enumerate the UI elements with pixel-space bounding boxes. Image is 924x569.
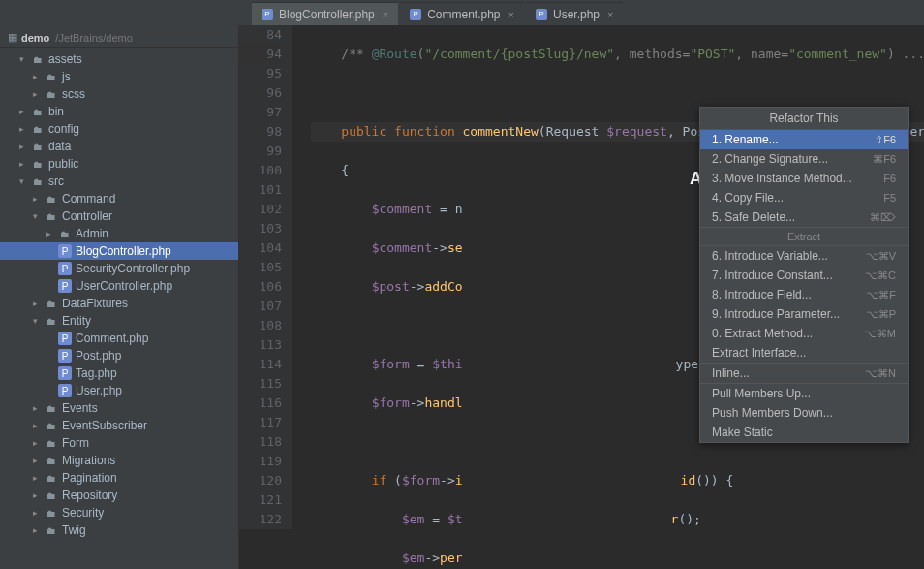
menu-item-label: 1. Rename... xyxy=(712,133,779,146)
tab-label: Comment.php xyxy=(427,8,500,21)
menu-item-shortcut: ⌘⌦ xyxy=(870,211,896,224)
project-sidebar[interactable]: ▦ demo /JetBrains/demo ▾🖿assets ▸🖿js ▸🖿s… xyxy=(0,25,239,569)
tree-file-usercontroller[interactable]: PUserController.php xyxy=(0,277,238,295)
menu-item-extract-method-[interactable]: 0. Extract Method...⌥⌘M xyxy=(700,324,908,343)
menu-item-rename-[interactable]: 1. Rename...⇧F6 xyxy=(700,130,908,149)
menu-item-label: 9. Introduce Parameter... xyxy=(712,307,840,321)
close-icon[interactable]: × xyxy=(383,9,388,20)
editor-tabs: P BlogController.php × P Comment.php × P… xyxy=(0,0,924,25)
close-icon[interactable]: × xyxy=(607,9,613,20)
tree-folder-pagination[interactable]: ▸🖿Pagination xyxy=(0,469,238,487)
tree-folder-eventsubscriber[interactable]: ▸🖿EventSubscriber xyxy=(0,417,238,434)
refactor-context-menu: Refactor This 1. Rename...⇧F62. Change S… xyxy=(699,107,909,443)
menu-title: Refactor This xyxy=(700,108,908,130)
menu-item-make-static[interactable]: Make Static xyxy=(700,423,908,442)
tree-folder-js[interactable]: ▸🖿js xyxy=(0,68,238,85)
folder-icon: ▦ xyxy=(8,31,17,44)
tree-folder-entity[interactable]: ▾🖿Entity xyxy=(0,312,238,330)
menu-item-extract-interface-[interactable]: Extract Interface... xyxy=(700,343,908,363)
breadcrumb-root: demo xyxy=(21,32,49,44)
menu-item-change-signature-[interactable]: 2. Change Signature...⌘F6 xyxy=(700,149,908,169)
menu-item-shortcut: ⌥⌘M xyxy=(864,328,896,340)
tree-folder-twig[interactable]: ▸🖿Twig xyxy=(0,522,238,539)
menu-item-label: 2. Change Signature... xyxy=(712,152,828,166)
tree-file-blogcontroller[interactable]: PBlogController.php xyxy=(0,242,238,260)
menu-item-introduce-parameter-[interactable]: 9. Introduce Parameter...⌥⌘P xyxy=(700,304,908,324)
menu-item-shortcut: ⌥⌘V xyxy=(866,250,896,263)
tree-file-user[interactable]: PUser.php xyxy=(0,382,238,399)
menu-item-move-instance-method-[interactable]: 3. Move Instance Method...F6 xyxy=(700,169,908,188)
tree-folder-admin[interactable]: ▸🖿Admin xyxy=(0,225,238,242)
tree-folder-config[interactable]: ▸🖿config xyxy=(0,120,238,138)
tree-folder-repository[interactable]: ▸🖿Repository xyxy=(0,487,238,504)
tree-folder-command[interactable]: ▸🖿Command xyxy=(0,190,238,207)
tree-folder-migrations[interactable]: ▸🖿Migrations xyxy=(0,452,238,469)
tree-folder-events[interactable]: ▸🖿Events xyxy=(0,399,238,417)
menu-item-label: 5. Safe Delete... xyxy=(712,210,795,224)
tree-folder-src[interactable]: ▾🖿src xyxy=(0,173,238,190)
menu-item-push-members-down-[interactable]: Push Members Down... xyxy=(700,403,908,423)
tab-blogcontroller[interactable]: P BlogController.php × xyxy=(252,2,398,25)
file-tree: ▾🖿assets ▸🖿js ▸🖿scss ▸🖿bin ▸🖿config ▸🖿da… xyxy=(0,48,238,541)
menu-item-label: 8. Introduce Field... xyxy=(712,288,812,301)
menu-item-introduce-field-[interactable]: 8. Introduce Field...⌥⌘F xyxy=(700,285,908,304)
menu-item-label: 4. Copy File... xyxy=(712,191,784,205)
php-icon: P xyxy=(262,9,273,20)
menu-item-pull-members-up-[interactable]: Pull Members Up... xyxy=(700,384,908,403)
menu-item-label: 0. Extract Method... xyxy=(712,327,813,340)
menu-item-label: 7. Introduce Constant... xyxy=(712,269,833,282)
tree-file-comment[interactable]: PComment.php xyxy=(0,330,238,347)
menu-item-shortcut: ⌥⌘C xyxy=(865,269,896,282)
breadcrumb-path: /JetBrains/demo xyxy=(55,32,132,44)
tab-label: User.php xyxy=(553,8,600,21)
tree-folder-datafixtures[interactable]: ▸🖿DataFixtures xyxy=(0,295,238,312)
menu-item-label: Extract Interface... xyxy=(712,346,806,360)
code-editor[interactable]: 84 949596 979899 100101102 103104105 106… xyxy=(239,25,924,569)
tree-folder-security[interactable]: ▸🖿Security xyxy=(0,504,238,522)
tree-file-securitycontroller[interactable]: PSecurityController.php xyxy=(0,260,238,277)
tree-folder-scss[interactable]: ▸🖿scss xyxy=(0,85,238,103)
tab-user[interactable]: P User.php × xyxy=(526,2,623,25)
menu-item-copy-file-[interactable]: 4. Copy File...F5 xyxy=(700,188,908,207)
menu-item-label: Pull Members Up... xyxy=(712,387,811,400)
tree-folder-controller[interactable]: ▾🖿Controller xyxy=(0,207,238,225)
menu-item-shortcut: F5 xyxy=(883,192,896,204)
menu-item-introduce-variable-[interactable]: 6. Introduce Variable...⌥⌘V xyxy=(700,246,908,266)
menu-item-shortcut: ⇧F6 xyxy=(875,134,896,146)
php-icon: P xyxy=(536,9,547,20)
menu-item-shortcut: F6 xyxy=(883,173,896,184)
close-icon[interactable]: × xyxy=(508,9,514,20)
breadcrumb[interactable]: ▦ demo /JetBrains/demo xyxy=(0,27,238,48)
menu-item-label: 3. Move Instance Method... xyxy=(712,172,852,185)
tree-folder-data[interactable]: ▸🖿data xyxy=(0,138,238,155)
tree-folder-assets[interactable]: ▾🖿assets xyxy=(0,50,238,68)
menu-item-shortcut: ⌘F6 xyxy=(873,153,896,166)
tree-file-post[interactable]: PPost.php xyxy=(0,347,238,364)
php-icon: P xyxy=(410,9,421,20)
menu-item-inline-[interactable]: Inline...⌥⌘N xyxy=(700,364,908,383)
tab-label: BlogController.php xyxy=(279,8,375,21)
tree-folder-public[interactable]: ▸🖿public xyxy=(0,155,238,173)
tree-folder-form[interactable]: ▸🖿Form xyxy=(0,434,238,452)
menu-item-shortcut: ⌥⌘P xyxy=(866,308,896,321)
line-gutter: 84 949596 979899 100101102 103104105 106… xyxy=(239,25,292,529)
menu-item-label: Inline... xyxy=(712,366,750,380)
menu-item-shortcut: ⌥⌘F xyxy=(866,289,896,301)
tree-file-tag[interactable]: PTag.php xyxy=(0,364,238,382)
menu-item-safe-delete-[interactable]: 5. Safe Delete...⌘⌦ xyxy=(700,207,908,227)
tree-folder-bin[interactable]: ▸🖿bin xyxy=(0,103,238,120)
tab-comment[interactable]: P Comment.php × xyxy=(400,2,524,25)
menu-section-extract: Extract xyxy=(700,227,908,246)
menu-item-shortcut: ⌥⌘N xyxy=(865,367,896,380)
menu-item-label: 6. Introduce Variable... xyxy=(712,249,828,263)
menu-item-label: Push Members Down... xyxy=(712,406,833,420)
menu-item-label: Make Static xyxy=(712,426,773,439)
menu-item-introduce-constant-[interactable]: 7. Introduce Constant...⌥⌘C xyxy=(700,266,908,285)
